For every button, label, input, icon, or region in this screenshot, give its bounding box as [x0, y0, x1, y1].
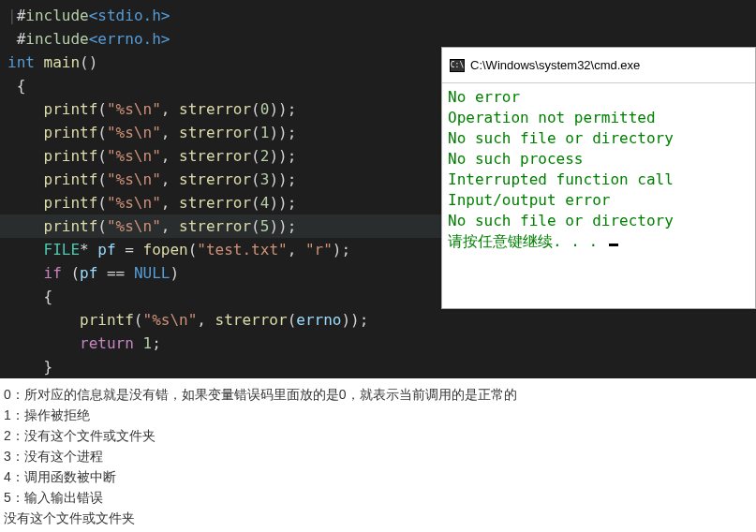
- console-title: C:\Windows\system32\cmd.exe: [470, 53, 640, 77]
- console-titlebar: C:\ C:\Windows\system32\cmd.exe: [442, 48, 755, 83]
- console-line: No such file or directory: [448, 128, 749, 149]
- note-line: 1：操作被拒绝: [4, 405, 752, 425]
- note-line: 没有这个文件或文件夹: [4, 508, 752, 528]
- note-line: 5：输入输出错误: [4, 487, 752, 508]
- code-line: |#include<stdio.h>: [7, 4, 749, 27]
- console-window: C:\ C:\Windows\system32\cmd.exe No error…: [441, 47, 756, 309]
- console-line: Operation not permitted: [448, 108, 749, 128]
- cursor-icon: [609, 244, 618, 246]
- notes-section: 0：所对应的信息就是没有错，如果变量错误码里面放的是0，就表示当前调用的是正常的…: [0, 378, 756, 532]
- code-line: printf("%s\n", strerror(errno));: [7, 308, 749, 332]
- console-line: No such process: [448, 149, 749, 170]
- note-line: 2：没有这个文件或文件夹: [4, 425, 752, 446]
- note-line: 3：没有这个进程: [4, 446, 752, 466]
- console-line: Interrupted function call: [448, 170, 749, 190]
- cmd-icon: C:\: [450, 59, 465, 72]
- console-line: No such file or directory: [448, 211, 749, 231]
- code-editor: |#include<stdio.h> #include<errno.h>int …: [0, 0, 756, 378]
- note-line: 0：所对应的信息就是没有错，如果变量错误码里面放的是0，就表示当前调用的是正常的: [4, 384, 752, 405]
- code-line: }: [7, 355, 749, 378]
- console-line: 请按任意键继续. . .: [448, 231, 749, 252]
- console-line: No error: [448, 87, 749, 108]
- note-line: 4：调用函数被中断: [4, 466, 752, 487]
- code-line: return 1;: [7, 332, 749, 355]
- console-output: No errorOperation not permittedNo such f…: [442, 83, 755, 308]
- console-line: Input/output error: [448, 190, 749, 211]
